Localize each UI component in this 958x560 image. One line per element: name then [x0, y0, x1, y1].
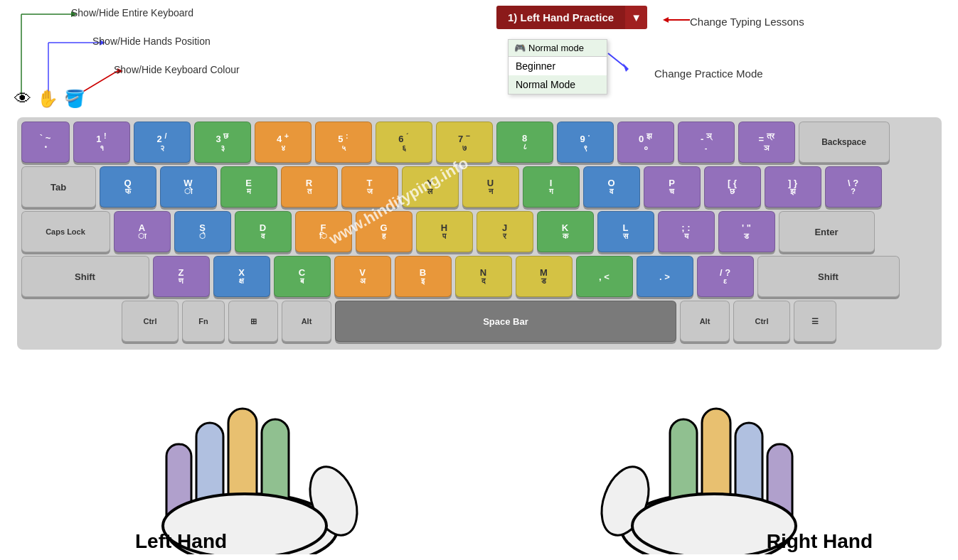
- key-9[interactable]: 9 · ९: [557, 122, 614, 163]
- number-row: ` ~ ॰ 1 ! १ 2 / २ 3 छ ३ 4 + ४ 5 : ५: [21, 122, 937, 163]
- key-alt-right[interactable]: Alt: [680, 301, 730, 342]
- key-tab[interactable]: Tab: [21, 166, 96, 208]
- hands-area: [0, 341, 958, 560]
- key-t[interactable]: T ज: [341, 166, 398, 208]
- svg-marker-9: [663, 17, 669, 23]
- spacebar-row: Ctrl Fn ⊞ Alt Space Bar Alt Ctrl ☰: [21, 301, 937, 342]
- key-b[interactable]: B इ: [395, 256, 452, 297]
- key-win[interactable]: ⊞: [228, 301, 278, 342]
- key-rbracket[interactable]: ] } झ: [765, 166, 821, 208]
- normal-mode-option[interactable]: Normal Mode: [509, 75, 607, 94]
- lesson-button[interactable]: 1) Left Hand Practice: [496, 6, 625, 29]
- change-lessons-label: Change Typing Lessons: [690, 16, 804, 28]
- key-period[interactable]: . >: [637, 256, 693, 297]
- key-5[interactable]: 5 : ५: [315, 122, 372, 163]
- key-comma[interactable]: , <: [576, 256, 633, 297]
- change-mode-label: Change Practice Mode: [654, 68, 763, 80]
- svg-line-10: [608, 53, 626, 68]
- key-fn[interactable]: Fn: [182, 301, 225, 342]
- key-lbracket[interactable]: [ { छ: [704, 166, 761, 208]
- shift-row: Shift Z ण X क्ष C ब V अ B इ: [21, 256, 937, 297]
- key-6[interactable]: 6 ´ ६: [376, 122, 432, 163]
- key-4[interactable]: 4 + ४: [255, 122, 312, 163]
- hand-icon[interactable]: ✋: [37, 89, 58, 109]
- key-r[interactable]: R त: [281, 166, 338, 208]
- key-ctrl-right[interactable]: Ctrl: [733, 301, 790, 342]
- key-l[interactable]: L स: [597, 211, 654, 252]
- beginner-mode-option[interactable]: Beginner: [509, 57, 607, 75]
- key-x[interactable]: X क्ष: [213, 256, 270, 297]
- eye-icon[interactable]: 👁: [14, 89, 31, 109]
- key-h[interactable]: H प: [416, 211, 473, 252]
- key-backspace[interactable]: Backspace: [799, 122, 890, 163]
- right-hand: [592, 409, 795, 554]
- lesson-selector: 1) Left Hand Practice ▼: [496, 6, 647, 29]
- key-8[interactable]: 8 ८: [496, 122, 553, 163]
- key-y[interactable]: Y ल: [402, 166, 459, 208]
- right-hand-label: Right Hand: [767, 530, 873, 553]
- key-z[interactable]: Z ण: [153, 256, 210, 297]
- mode-header-label: Normal mode: [528, 43, 584, 53]
- hands-svg: [88, 341, 871, 554]
- gamepad-icon: 🎮: [514, 43, 526, 53]
- key-o[interactable]: O व: [583, 166, 640, 208]
- key-f[interactable]: F ि: [295, 211, 352, 252]
- key-v[interactable]: V अ: [334, 256, 391, 297]
- mode-header: 🎮 Normal mode: [509, 40, 607, 57]
- key-i[interactable]: I ग: [523, 166, 580, 208]
- key-3[interactable]: 3 छ ३: [194, 122, 251, 163]
- keyboard: ` ~ ॰ 1 ! १ 2 / २ 3 छ ३ 4 + ४ 5 : ५: [17, 117, 942, 350]
- key-capslock[interactable]: Caps Lock: [21, 211, 110, 252]
- mode-dropdown: 🎮 Normal mode Beginner Normal Mode: [508, 39, 607, 95]
- key-alt-left[interactable]: Alt: [282, 301, 331, 342]
- key-p[interactable]: P च: [644, 166, 701, 208]
- key-minus[interactable]: - ञ् -: [678, 122, 735, 163]
- key-j[interactable]: J र: [477, 211, 533, 252]
- key-shift-left[interactable]: Shift: [21, 256, 149, 297]
- key-u[interactable]: U न: [462, 166, 519, 208]
- key-slash[interactable]: / ? ε: [697, 256, 754, 297]
- key-1[interactable]: 1 ! १: [73, 122, 130, 163]
- show-hide-keyboard-label: Show/Hide Entire Keyboard: [71, 7, 193, 18]
- key-semicolon[interactable]: ; : य: [658, 211, 715, 252]
- show-hide-hands-label: Show/Hide Hands Position: [92, 36, 211, 47]
- key-2[interactable]: 2 / २: [134, 122, 191, 163]
- key-equals[interactable]: = त्र ञ: [738, 122, 795, 163]
- icon-toolbar: 👁 ✋ 🪣: [14, 89, 85, 109]
- key-m[interactable]: M ड: [516, 256, 573, 297]
- key-k[interactable]: K क: [537, 211, 594, 252]
- home-row: Caps Lock A ा S े D व F ि G ह: [21, 211, 937, 252]
- key-7[interactable]: 7 − ७: [436, 122, 493, 163]
- lesson-dropdown-arrow[interactable]: ▼: [625, 6, 647, 29]
- key-spacebar[interactable]: Space Bar: [335, 301, 676, 342]
- key-ctrl-left[interactable]: Ctrl: [122, 301, 179, 342]
- key-e[interactable]: E म: [220, 166, 277, 208]
- key-s[interactable]: S े: [174, 211, 231, 252]
- key-backslash[interactable]: \ ? ?: [825, 166, 882, 208]
- key-g[interactable]: G ह: [356, 211, 413, 252]
- key-shift-right[interactable]: Shift: [757, 256, 900, 297]
- key-c[interactable]: C ब: [274, 256, 331, 297]
- key-menu[interactable]: ☰: [794, 301, 836, 342]
- left-hand-label: Left Hand: [135, 530, 227, 553]
- key-quote[interactable]: ' " ड: [718, 211, 775, 252]
- key-enter[interactable]: Enter: [779, 211, 875, 252]
- paint-icon[interactable]: 🪣: [64, 89, 85, 109]
- key-0[interactable]: 0 झ ०: [617, 122, 674, 163]
- show-hide-colour-label: Show/Hide Keyboard Colour: [114, 64, 240, 75]
- key-q[interactable]: Q फ: [100, 166, 156, 208]
- svg-marker-11: [623, 63, 629, 72]
- key-backtick[interactable]: ` ~ ॰: [21, 122, 70, 163]
- qwerty-row: Tab Q फ W ो E म R त T ज Y: [21, 166, 937, 208]
- key-d[interactable]: D व: [235, 211, 292, 252]
- key-n[interactable]: N द: [455, 256, 512, 297]
- key-w[interactable]: W ो: [160, 166, 217, 208]
- key-a[interactable]: A ा: [114, 211, 171, 252]
- keyboard-wrap: ` ~ ॰ 1 ! १ 2 / २ 3 छ ३ 4 + ४ 5 : ५: [0, 117, 958, 350]
